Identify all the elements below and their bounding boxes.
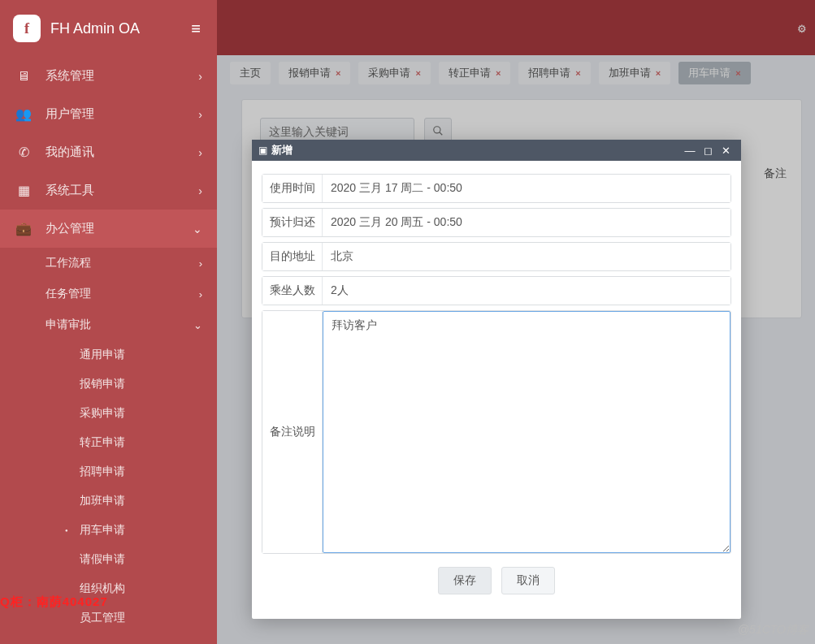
approval-car[interactable]: ●用车申请 (0, 516, 217, 545)
value-return-time[interactable]: 2020 三月 20 周五 - 00:50 (323, 209, 730, 236)
value-passengers[interactable]: 2人 (323, 277, 730, 305)
monitor-icon: 🖥 (15, 69, 33, 84)
modal-header[interactable]: ▣ 新增 — ◻ ✕ (252, 140, 741, 161)
nav-label: 我的通讯 (46, 145, 198, 160)
modal-footer: 保存 取消 (262, 564, 731, 607)
grid-icon: ▦ (15, 183, 33, 198)
nav-label: 办公管理 (46, 221, 193, 236)
brand-logo: f (13, 15, 41, 42)
window-icon: ▣ (258, 145, 267, 156)
nav-contacts[interactable]: ✆ 我的通讯 › (0, 133, 217, 171)
field-use-time: 使用时间 2020 三月 17 周二 - 00:50 (262, 174, 731, 203)
approval-leave[interactable]: ●请假申请 (0, 545, 217, 574)
value-use-time[interactable]: 2020 三月 17 周二 - 00:50 (323, 175, 730, 202)
nav-label: 系统管理 (46, 68, 198, 84)
nav-office-children: 工作流程 › 任务管理 › 申请审批 ⌄ ●通用申请 ●报销申请 ●采购申请 ●… (0, 248, 217, 633)
modal-title: 新增 (271, 143, 681, 158)
nav-users[interactable]: 👥 用户管理 › (0, 95, 217, 133)
watermark: @51CTO博客 (738, 623, 808, 638)
label-passengers: 乘坐人数 (262, 277, 323, 305)
approval-recruit[interactable]: ●招聘申请 (0, 457, 217, 486)
approval-purchase[interactable]: ●采购申请 (0, 399, 217, 428)
modal-body: 使用时间 2020 三月 17 周二 - 00:50 预计归还 2020 三月 … (252, 161, 741, 619)
users-icon: 👥 (15, 106, 33, 122)
save-button[interactable]: 保存 (438, 567, 492, 594)
chevron-right-icon: › (198, 184, 202, 197)
field-return-time: 预计归还 2020 三月 20 周五 - 00:50 (262, 208, 731, 237)
nav-system[interactable]: 🖥 系统管理 › (0, 57, 217, 95)
approval-general[interactable]: ●通用申请 (0, 340, 217, 370)
subnav-workflow[interactable]: 工作流程 › (0, 248, 217, 279)
menu-toggle-icon[interactable]: ≡ (188, 16, 204, 41)
label-remark: 备注说明 (262, 311, 323, 553)
approval-children: ●通用申请 ●报销申请 ●采购申请 ●转正申请 ●招聘申请 ●加班申请 ●用车申… (0, 340, 217, 633)
subnav-approval[interactable]: 申请审批 ⌄ (0, 309, 217, 340)
brand: f FH Admin OA ≡ (0, 0, 217, 57)
nav-label: 用户管理 (46, 106, 198, 122)
sidebar: f FH Admin OA ≡ 🖥 系统管理 › 👥 用户管理 › ✆ 我的通讯… (0, 0, 217, 644)
approval-overtime[interactable]: ●加班申请 (0, 486, 217, 516)
field-destination: 目的地址 北京 (262, 242, 731, 271)
maximize-icon[interactable]: ◻ (699, 145, 717, 157)
chevron-right-icon: › (198, 146, 202, 159)
brand-title: FH Admin OA (50, 20, 188, 37)
chevron-down-icon: ⌄ (193, 319, 202, 331)
approval-regular[interactable]: ●转正申请 (0, 428, 217, 457)
label-destination: 目的地址 (262, 243, 323, 270)
nav-tools[interactable]: ▦ 系统工具 › (0, 171, 217, 210)
modal-new: ▣ 新增 — ◻ ✕ 使用时间 2020 三月 17 周二 - 00:50 预计… (252, 140, 741, 619)
minimize-icon[interactable]: — (681, 145, 699, 157)
subnav-tasks[interactable]: 任务管理 › (0, 279, 217, 309)
briefcase-icon: 💼 (15, 221, 33, 236)
cancel-button[interactable]: 取消 (501, 567, 555, 594)
label-return-time: 预计归还 (262, 209, 323, 236)
overlay-text: Q柜：南荫404027 (0, 594, 108, 610)
label-use-time: 使用时间 (262, 175, 323, 202)
textarea-remark[interactable] (323, 311, 730, 553)
phone-icon: ✆ (15, 145, 33, 160)
chevron-right-icon: › (199, 257, 202, 270)
value-destination[interactable]: 北京 (323, 243, 730, 270)
field-remark: 备注说明 (262, 310, 731, 554)
nav-label: 系统工具 (46, 183, 198, 198)
chevron-down-icon: ⌄ (193, 223, 202, 236)
chevron-right-icon: › (198, 108, 202, 121)
field-passengers: 乘坐人数 2人 (262, 276, 731, 305)
close-icon[interactable]: ✕ (717, 145, 735, 157)
chevron-right-icon: › (198, 70, 202, 83)
nav-office[interactable]: 💼 办公管理 ⌄ (0, 210, 217, 248)
chevron-right-icon: › (199, 288, 202, 300)
approval-reimburse[interactable]: ●报销申请 (0, 370, 217, 399)
